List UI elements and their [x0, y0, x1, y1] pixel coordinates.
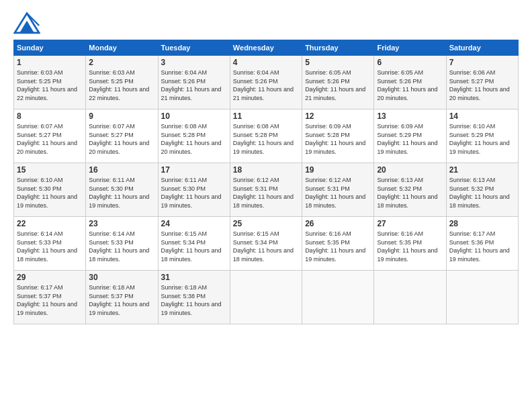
- day-header-tuesday: Tuesday: [158, 40, 230, 56]
- day-cell: 5 Sunrise: 6:05 AMSunset: 5:26 PMDayligh…: [302, 56, 374, 109]
- day-detail: Sunrise: 6:18 AMSunset: 5:38 PMDaylight:…: [161, 284, 222, 316]
- day-cell: 3 Sunrise: 6:04 AMSunset: 5:26 PMDayligh…: [158, 56, 230, 109]
- day-number: 21: [449, 165, 515, 175]
- day-cell: 20 Sunrise: 6:13 AMSunset: 5:32 PMDaylig…: [374, 163, 446, 217]
- day-detail: Sunrise: 6:05 AMSunset: 5:26 PMDaylight:…: [305, 69, 365, 101]
- day-number: 9: [89, 111, 154, 121]
- day-detail: Sunrise: 6:03 AMSunset: 5:25 PMDaylight:…: [89, 69, 149, 101]
- day-header-saturday: Saturday: [446, 40, 518, 56]
- day-cell: 28 Sunrise: 6:17 AMSunset: 5:36 PMDaylig…: [446, 217, 518, 271]
- day-cell: [230, 271, 302, 324]
- day-detail: Sunrise: 6:03 AMSunset: 5:25 PMDaylight:…: [17, 69, 77, 101]
- day-number: 12: [305, 111, 371, 121]
- day-cell: [446, 271, 518, 324]
- week-row-5: 29 Sunrise: 6:17 AMSunset: 5:37 PMDaylig…: [14, 271, 519, 324]
- day-number: 26: [305, 219, 371, 228]
- logo-icon: [13, 11, 40, 34]
- day-number: 15: [17, 165, 83, 175]
- day-cell: 21 Sunrise: 6:13 AMSunset: 5:32 PMDaylig…: [446, 163, 518, 217]
- day-number: 5: [305, 58, 371, 67]
- day-cell: 13 Sunrise: 6:09 AMSunset: 5:29 PMDaylig…: [374, 109, 446, 163]
- day-number: 14: [449, 111, 515, 121]
- day-cell: 30 Sunrise: 6:18 AMSunset: 5:37 PMDaylig…: [86, 271, 158, 324]
- header-row: SundayMondayTuesdayWednesdayThursdayFrid…: [14, 40, 519, 56]
- day-detail: Sunrise: 6:18 AMSunset: 5:37 PMDaylight:…: [89, 284, 149, 316]
- day-number: 17: [161, 165, 227, 175]
- day-detail: Sunrise: 6:13 AMSunset: 5:32 PMDaylight:…: [449, 177, 510, 209]
- day-detail: Sunrise: 6:04 AMSunset: 5:26 PMDaylight:…: [233, 69, 294, 101]
- day-number: 16: [89, 165, 154, 175]
- day-detail: Sunrise: 6:09 AMSunset: 5:29 PMDaylight:…: [377, 123, 437, 155]
- day-number: 27: [377, 219, 443, 228]
- day-cell: 10 Sunrise: 6:08 AMSunset: 5:28 PMDaylig…: [158, 109, 230, 163]
- day-number: 19: [305, 165, 371, 175]
- day-cell: 29 Sunrise: 6:17 AMSunset: 5:37 PMDaylig…: [14, 271, 86, 324]
- day-cell: 2 Sunrise: 6:03 AMSunset: 5:25 PMDayligh…: [86, 56, 158, 109]
- logo: [13, 11, 43, 34]
- day-cell: [374, 271, 446, 324]
- day-number: 28: [449, 219, 515, 228]
- day-detail: Sunrise: 6:04 AMSunset: 5:26 PMDaylight:…: [161, 69, 222, 101]
- day-detail: Sunrise: 6:10 AMSunset: 5:29 PMDaylight:…: [449, 123, 510, 155]
- day-number: 24: [161, 219, 227, 228]
- day-header-wednesday: Wednesday: [230, 40, 302, 56]
- day-header-monday: Monday: [86, 40, 158, 56]
- day-cell: 4 Sunrise: 6:04 AMSunset: 5:26 PMDayligh…: [230, 56, 302, 109]
- day-cell: 1 Sunrise: 6:03 AMSunset: 5:25 PMDayligh…: [14, 56, 86, 109]
- day-number: 1: [17, 58, 83, 67]
- page: SundayMondayTuesdayWednesdayThursdayFrid…: [0, 0, 532, 331]
- day-detail: Sunrise: 6:16 AMSunset: 5:35 PMDaylight:…: [377, 230, 437, 263]
- day-detail: Sunrise: 6:13 AMSunset: 5:32 PMDaylight:…: [377, 177, 437, 209]
- day-detail: Sunrise: 6:17 AMSunset: 5:37 PMDaylight:…: [17, 284, 77, 316]
- day-detail: Sunrise: 6:07 AMSunset: 5:27 PMDaylight:…: [17, 123, 77, 155]
- day-detail: Sunrise: 6:14 AMSunset: 5:33 PMDaylight:…: [17, 230, 77, 263]
- day-cell: 12 Sunrise: 6:09 AMSunset: 5:28 PMDaylig…: [302, 109, 374, 163]
- day-cell: 14 Sunrise: 6:10 AMSunset: 5:29 PMDaylig…: [446, 109, 518, 163]
- day-detail: Sunrise: 6:06 AMSunset: 5:27 PMDaylight:…: [449, 69, 510, 101]
- day-cell: 24 Sunrise: 6:15 AMSunset: 5:34 PMDaylig…: [158, 217, 230, 271]
- day-detail: Sunrise: 6:09 AMSunset: 5:28 PMDaylight:…: [305, 123, 365, 155]
- day-cell: 16 Sunrise: 6:11 AMSunset: 5:30 PMDaylig…: [86, 163, 158, 217]
- day-number: 29: [17, 273, 83, 282]
- day-cell: 31 Sunrise: 6:18 AMSunset: 5:38 PMDaylig…: [158, 271, 230, 324]
- day-header-sunday: Sunday: [14, 40, 86, 56]
- day-detail: Sunrise: 6:05 AMSunset: 5:26 PMDaylight:…: [377, 69, 437, 101]
- day-cell: 6 Sunrise: 6:05 AMSunset: 5:26 PMDayligh…: [374, 56, 446, 109]
- day-detail: Sunrise: 6:11 AMSunset: 5:30 PMDaylight:…: [161, 177, 222, 209]
- calendar-body: 1 Sunrise: 6:03 AMSunset: 5:25 PMDayligh…: [14, 56, 519, 324]
- day-header-thursday: Thursday: [302, 40, 374, 56]
- day-detail: Sunrise: 6:10 AMSunset: 5:30 PMDaylight:…: [17, 177, 77, 209]
- day-detail: Sunrise: 6:15 AMSunset: 5:34 PMDaylight:…: [233, 230, 294, 263]
- day-cell: 22 Sunrise: 6:14 AMSunset: 5:33 PMDaylig…: [14, 217, 86, 271]
- day-cell: 27 Sunrise: 6:16 AMSunset: 5:35 PMDaylig…: [374, 217, 446, 271]
- day-cell: 23 Sunrise: 6:14 AMSunset: 5:33 PMDaylig…: [86, 217, 158, 271]
- day-number: 4: [233, 58, 299, 67]
- day-detail: Sunrise: 6:08 AMSunset: 5:28 PMDaylight:…: [233, 123, 294, 155]
- day-cell: 11 Sunrise: 6:08 AMSunset: 5:28 PMDaylig…: [230, 109, 302, 163]
- day-detail: Sunrise: 6:17 AMSunset: 5:36 PMDaylight:…: [449, 230, 510, 263]
- day-detail: Sunrise: 6:15 AMSunset: 5:34 PMDaylight:…: [161, 230, 222, 263]
- day-cell: 18 Sunrise: 6:12 AMSunset: 5:31 PMDaylig…: [230, 163, 302, 217]
- week-row-3: 15 Sunrise: 6:10 AMSunset: 5:30 PMDaylig…: [14, 163, 519, 217]
- day-number: 2: [89, 58, 154, 67]
- week-row-2: 8 Sunrise: 6:07 AMSunset: 5:27 PMDayligh…: [14, 109, 519, 163]
- day-number: 11: [233, 111, 299, 121]
- day-detail: Sunrise: 6:08 AMSunset: 5:28 PMDaylight:…: [161, 123, 222, 155]
- day-header-friday: Friday: [374, 40, 446, 56]
- day-number: 30: [89, 273, 154, 282]
- day-cell: 8 Sunrise: 6:07 AMSunset: 5:27 PMDayligh…: [14, 109, 86, 163]
- day-number: 22: [17, 219, 83, 228]
- day-number: 23: [89, 219, 154, 228]
- day-number: 7: [449, 58, 515, 67]
- day-cell: [302, 271, 374, 324]
- calendar-table: SundayMondayTuesdayWednesdayThursdayFrid…: [13, 40, 519, 324]
- day-number: 25: [233, 219, 299, 228]
- day-number: 3: [161, 58, 227, 67]
- day-detail: Sunrise: 6:07 AMSunset: 5:27 PMDaylight:…: [89, 123, 149, 155]
- header: [13, 11, 519, 34]
- day-detail: Sunrise: 6:12 AMSunset: 5:31 PMDaylight:…: [305, 177, 365, 209]
- week-row-1: 1 Sunrise: 6:03 AMSunset: 5:25 PMDayligh…: [14, 56, 519, 109]
- day-detail: Sunrise: 6:11 AMSunset: 5:30 PMDaylight:…: [89, 177, 149, 209]
- week-row-4: 22 Sunrise: 6:14 AMSunset: 5:33 PMDaylig…: [14, 217, 519, 271]
- day-number: 18: [233, 165, 299, 175]
